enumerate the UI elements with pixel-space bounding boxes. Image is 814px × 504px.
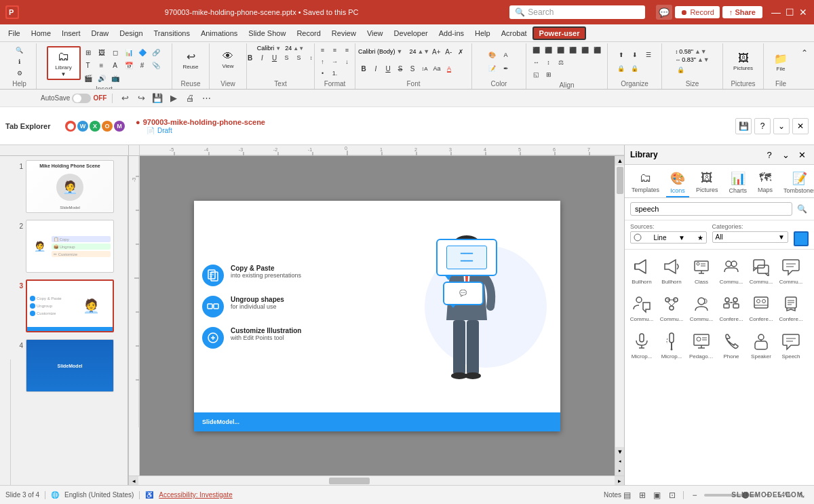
tab-explorer-help-btn[interactable]: ? (754, 118, 771, 134)
tab-explorer-collapse-btn[interactable]: ⌄ (773, 118, 790, 134)
menu-slideshow[interactable]: Slide Show (243, 28, 291, 39)
ribbon-btn-org5[interactable]: 🔒 (629, 62, 641, 75)
icon-item-confere2[interactable]: Confere... (747, 290, 775, 326)
ribbon-btn-help-2[interactable]: ℹ (12, 56, 28, 67)
ribbon-btn-fmt5[interactable]: → (330, 56, 341, 67)
ribbon-btn-lock-size[interactable]: 🔒 (675, 64, 686, 75)
ribbon-btn-f-underline[interactable]: U (383, 63, 393, 74)
ribbon-btn-bold[interactable]: B (245, 52, 256, 63)
slide-sorter-button[interactable]: ⊞ (636, 488, 649, 502)
ribbon-btn-align10[interactable]: ◱ (531, 69, 542, 80)
menu-view[interactable]: View (362, 28, 389, 39)
ribbon-btn-video[interactable]: 🎬 (82, 72, 94, 84)
ribbon-btn-f-spacing[interactable]: ↕A (419, 63, 430, 74)
scroll-thumb[interactable] (617, 167, 623, 194)
ribbon-btn-align4[interactable]: ⬛ (568, 45, 579, 56)
ribbon-btn-fmt7[interactable]: • (317, 68, 328, 79)
tab-icon-4[interactable]: O (102, 121, 113, 132)
slide-thumb-2[interactable]: 2 🧑‍💼 📋 Copy 📦 Ungroup ✏ Customize (14, 218, 125, 274)
ribbon-btn-num[interactable]: # (136, 59, 149, 71)
menu-file[interactable]: File (3, 28, 26, 39)
categories-select[interactable]: All ▼ (712, 231, 789, 243)
minimize-button[interactable]: — (771, 7, 781, 18)
tab-explorer-save-btn[interactable]: 💾 (735, 118, 752, 134)
slide-image-4[interactable]: SlideModel (26, 339, 114, 392)
zoom-out-button[interactable]: − (688, 488, 701, 502)
ribbon-btn-reuse[interactable]: ↩ Reuse (176, 45, 206, 75)
ribbon-btn-color1[interactable]: 🎨 (486, 49, 499, 61)
ribbon-btn-obj[interactable]: 📎 (150, 59, 162, 71)
ribbon-btn-color4[interactable]: ✒ (500, 62, 512, 75)
slide-thumb-4[interactable]: 4 SlideModel (14, 338, 125, 393)
ribbon-btn-org2[interactable]: ⬇ (629, 49, 641, 61)
ribbon-btn-audio[interactable]: 🔊 (96, 72, 108, 84)
maximize-button[interactable]: ☐ (784, 7, 795, 18)
icon-item-speaker[interactable]: Speaker (747, 327, 775, 363)
ribbon-btn-screen[interactable]: 📺 (109, 72, 121, 84)
ribbon-btn-color2[interactable]: A (500, 49, 512, 61)
ribbon-btn-fmt8[interactable]: 1. (330, 68, 341, 79)
menu-transitions[interactable]: Transitions (149, 28, 195, 39)
ribbon-btn-fmt2[interactable]: ≡ (330, 45, 341, 56)
library-help-btn[interactable]: ? (762, 148, 776, 161)
icon-item-commu5[interactable]: Commu... (657, 290, 686, 326)
ribbon-btn-f-kern[interactable]: Aa (431, 63, 442, 74)
scroll-right-button[interactable]: ▸ (615, 476, 624, 486)
lib-tab-pictures[interactable]: 🖼 Pictures (692, 169, 722, 197)
icon-item-commu6[interactable]: Commu... (687, 290, 716, 326)
ribbon-btn-view[interactable]: 👁 View (213, 45, 243, 75)
ribbon-btn-f-bold[interactable]: B (358, 63, 369, 74)
undo-button[interactable]: ↩ (118, 92, 132, 105)
menu-addins[interactable]: Add-ins (433, 28, 469, 39)
ribbon-btn-header[interactable]: ≡ (96, 59, 108, 71)
ribbon-btn-fmt1[interactable]: ≡ (317, 45, 328, 56)
ribbon-btn-align6[interactable]: ⬛ (592, 45, 603, 56)
icon-item-commu4[interactable]: Commu... (627, 290, 656, 326)
qa-present-button[interactable]: ▶ (167, 92, 180, 105)
menu-poweruser[interactable]: Power-user (532, 26, 587, 40)
icon-item-commu3[interactable]: Commu... (777, 252, 805, 288)
icon-item-microp1[interactable]: Microp... (627, 327, 656, 363)
tab-filename[interactable]: 970003-mike-holding-phone-scene (143, 118, 265, 126)
tab-icon-2[interactable]: W (77, 121, 88, 132)
ribbon-btn-shadow[interactable]: S (294, 52, 305, 63)
menu-home[interactable]: Home (26, 28, 56, 39)
horizontal-scrollbar[interactable]: ◂ ▸ (129, 476, 624, 485)
slide-thumb-1[interactable]: 1 Mike Holding Phone Scene 🧑‍💼 SlideMode… (14, 159, 125, 214)
slideshow-button[interactable]: ⊡ (665, 488, 679, 502)
record-button[interactable]: ⏺ Record (675, 6, 720, 18)
ribbon-btn-font-grow[interactable]: A+ (431, 46, 442, 57)
tab-file-sub[interactable]: Draft (157, 127, 172, 134)
tab-icon-5[interactable]: M (114, 121, 125, 132)
scroll-left-button[interactable]: ◂ (129, 476, 138, 486)
ribbon-btn-align3[interactable]: ⬛ (556, 45, 566, 56)
tab-icon-3[interactable]: X (90, 121, 100, 132)
autosave-toggle[interactable]: AutoSave OFF (41, 94, 106, 103)
search-box[interactable]: 🔍 Search (509, 5, 645, 19)
ribbon-btn-shapes[interactable]: ◻ (109, 46, 121, 58)
menu-insert[interactable]: Insert (56, 28, 86, 39)
icon-item-commu1[interactable]: Commu... (717, 252, 745, 288)
ribbon-btn-f-shadow[interactable]: S (407, 63, 418, 74)
ribbon-btn-italic[interactable]: I (257, 52, 268, 63)
ribbon-btn-align2[interactable]: ⬛ (543, 45, 554, 56)
ribbon-btn-align7[interactable]: ↔ (531, 57, 542, 68)
scroll-up-button[interactable]: ▲ (615, 156, 624, 166)
slide-image-1[interactable]: Mike Holding Phone Scene 🧑‍💼 SlideModel (26, 160, 114, 213)
qa-print-button[interactable]: 🖨 (183, 92, 197, 105)
ribbon-btn-underline[interactable]: U (269, 52, 280, 63)
ribbon-btn-wordart[interactable]: A (109, 59, 121, 71)
comment-button[interactable]: 💬 (656, 5, 672, 20)
slide-thumb-3[interactable]: 3 Copy & Paste Ungroup Customize 🧑‍💼 (14, 278, 125, 334)
ribbon-btn-fmt6[interactable]: ↓ (342, 56, 353, 67)
icon-item-confere3[interactable]: Confere... (777, 290, 805, 326)
icon-item-pedagogy[interactable]: Pedagogy (687, 327, 716, 363)
share-button[interactable]: ↑ Share (722, 6, 762, 18)
ribbon-btn-strikethrough[interactable]: S (282, 52, 292, 63)
menu-animations[interactable]: Animations (195, 28, 243, 39)
menu-record[interactable]: Record (291, 28, 326, 39)
icon-item-microp2[interactable]: Microp... (657, 327, 686, 363)
qa-save-button[interactable]: 💾 (151, 92, 164, 105)
menu-developer[interactable]: Developer (389, 28, 433, 39)
notes-button[interactable]: Notes (606, 488, 619, 502)
